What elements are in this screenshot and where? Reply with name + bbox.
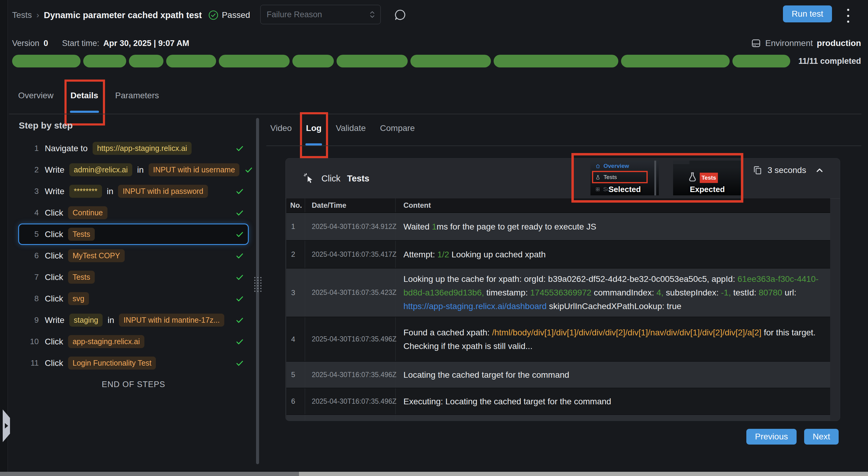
mini-nav-tests: Tests — [595, 174, 617, 180]
start-time-label: Start time: — [62, 39, 99, 48]
progress-segment — [410, 55, 491, 67]
step-passed-check-icon — [235, 251, 244, 260]
step-row-1[interactable]: 1Navigate tohttps://app-staging.relicx.a… — [18, 138, 249, 159]
version-value: 0 — [43, 39, 48, 48]
step-row-8[interactable]: 8Clicksvg — [18, 288, 249, 309]
progress-segment — [12, 55, 81, 67]
step-passed-check-icon — [235, 144, 244, 153]
step-row-3[interactable]: 3Write********inINPUT with id password — [18, 180, 249, 202]
detail-tab-compare[interactable]: Compare — [380, 124, 415, 133]
environment-info: Environment production — [751, 36, 861, 51]
more-options-kebab-icon[interactable] — [843, 8, 853, 23]
log-row-1: 12025-04-30T16:07:34.912ZWaited 1ms for … — [286, 213, 830, 241]
step-row-11[interactable]: 11ClickLogin Functionality Test — [18, 352, 249, 374]
top-bar: Tests › Dynamic parameter cached xpath t… — [12, 0, 250, 30]
step-passed-check-icon — [244, 165, 253, 174]
tab-label: Parameters — [115, 91, 159, 100]
main-tabs: OverviewDetailsParameters — [18, 91, 159, 100]
step-action: Click — [45, 251, 63, 261]
tab-parameters[interactable]: Parameters — [115, 91, 159, 100]
breadcrumb-tests[interactable]: Tests — [12, 10, 32, 20]
step-action: Click — [45, 359, 63, 368]
status-label: Passed — [222, 10, 250, 20]
log-cell-no: 5 — [286, 362, 305, 388]
detail-tab-validate[interactable]: Validate — [336, 124, 366, 133]
progress-bar — [12, 55, 790, 67]
log-step-target: Tests — [347, 174, 370, 183]
step-passed-check-icon — [235, 187, 244, 196]
log-cell-datetime: 2025-04-30T16:07:35.496Z — [305, 317, 396, 361]
comment-button[interactable] — [394, 8, 407, 23]
copy-icon[interactable] — [752, 165, 763, 175]
run-test-button[interactable]: Run test — [783, 5, 832, 22]
progress-segment — [733, 55, 790, 67]
failure-reason-placeholder: Failure Reason — [267, 10, 322, 19]
log-link[interactable]: https://app-staging.relicx.ai/dashboard — [403, 302, 547, 311]
collapse-chevron-up-icon[interactable] — [815, 165, 825, 175]
progress-segment — [219, 55, 289, 67]
log-row-5: 52025-04-30T16:07:35.496ZLocating the ca… — [286, 362, 830, 388]
step-number: 4 — [29, 208, 39, 217]
sidebar-expand-handle[interactable] — [3, 409, 10, 442]
log-cell-no: 6 — [286, 388, 305, 414]
progress-segment — [621, 55, 730, 67]
version-label: Version — [12, 39, 39, 48]
step-row-9[interactable]: 9WritestaginginINPUT with id mantine-17z… — [18, 309, 249, 331]
next-button[interactable]: Next — [804, 429, 839, 445]
expected-screenshot-thumbnail[interactable]: Tests Expected — [673, 161, 742, 195]
tab-details[interactable]: Details — [70, 91, 98, 100]
step-action: Click — [45, 208, 63, 218]
step-number: 11 — [29, 359, 39, 368]
step-row-10[interactable]: 10Clickapp-staging.relicx.ai — [18, 331, 249, 352]
duration-group: 3 seconds — [752, 162, 825, 178]
step-row-4[interactable]: 4ClickContinue — [18, 202, 249, 224]
step-target-chip: admin@relicx.ai — [69, 163, 132, 176]
expected-thumbnail-label: Expected — [673, 185, 742, 194]
step-row-7[interactable]: 7ClickTests — [18, 266, 249, 288]
log-cell-no: 3 — [286, 269, 305, 317]
flask-icon — [595, 175, 600, 180]
mini-annotation-fill: Tests — [700, 173, 718, 183]
tab-label: Details — [70, 91, 98, 100]
detail-tab-video[interactable]: Video — [270, 124, 292, 133]
progress-segment — [129, 55, 163, 67]
detail-tabs: VideoLogValidateCompare — [270, 124, 415, 133]
log-table: No. Date/Time Content 12025-04-30T16:07:… — [286, 198, 830, 421]
log-cell-datetime: 2025-04-30T16:07:35.496Z — [305, 388, 396, 414]
app-root: Tests › Dynamic parameter cached xpath t… — [0, 0, 868, 476]
previous-button-label: Previous — [755, 432, 788, 442]
step-action: Click — [45, 230, 63, 239]
detail-tab-log[interactable]: Log — [306, 124, 321, 133]
step-passed-check-icon — [235, 273, 244, 282]
step-action: Click — [45, 294, 63, 304]
log-content-text: Waited 1ms for the page to get ready to … — [403, 220, 596, 234]
log-row-4: 42025-04-30T16:07:35.496ZFound a cached … — [286, 317, 830, 362]
tab-overview[interactable]: Overview — [18, 91, 54, 100]
log-cell-datetime: 2025-04-30T16:07:34.912Z — [305, 213, 396, 240]
selected-screenshot-thumbnail[interactable]: Overview Tests Suites Selected — [590, 161, 659, 195]
step-row-2[interactable]: 2Writeadmin@relicx.aiinINPUT with id use… — [18, 159, 249, 180]
step-target-chip: MyTest COPY — [68, 249, 125, 262]
panel-resize-handle[interactable] — [254, 277, 262, 292]
step-row-6[interactable]: 6ClickMyTest COPY — [18, 245, 249, 266]
log-row-3: 32025-04-30T16:07:35.423ZLooking up the … — [286, 269, 830, 317]
step-number: 2 — [29, 165, 39, 174]
expected-item-label: Tests — [702, 174, 716, 181]
mini-nav-overview: Overview — [595, 163, 629, 169]
active-tab-underline — [70, 111, 99, 113]
progress-segment — [83, 55, 126, 67]
duration-text: 3 seconds — [768, 165, 806, 175]
log-cell-content: Found the object for xpath: /html/body/d… — [396, 415, 830, 421]
previous-button[interactable]: Previous — [746, 429, 797, 445]
step-target-chip: https://app-staging.relicx.ai — [93, 142, 192, 155]
step-action: Click — [45, 337, 63, 347]
log-table-header: No. Date/Time Content — [286, 198, 830, 213]
step-row-5[interactable]: 5ClickTests — [18, 224, 249, 245]
failure-reason-select[interactable]: Failure Reason — [260, 5, 381, 24]
step-number: 6 — [29, 251, 39, 260]
house-icon — [595, 164, 600, 169]
collapsed-left-rail — [0, 0, 8, 476]
steps-list: 1Navigate tohttps://app-staging.relicx.a… — [18, 138, 249, 389]
horizontal-scrollbar-thumb[interactable] — [299, 472, 868, 476]
breadcrumb-chevron-icon: › — [36, 10, 39, 20]
